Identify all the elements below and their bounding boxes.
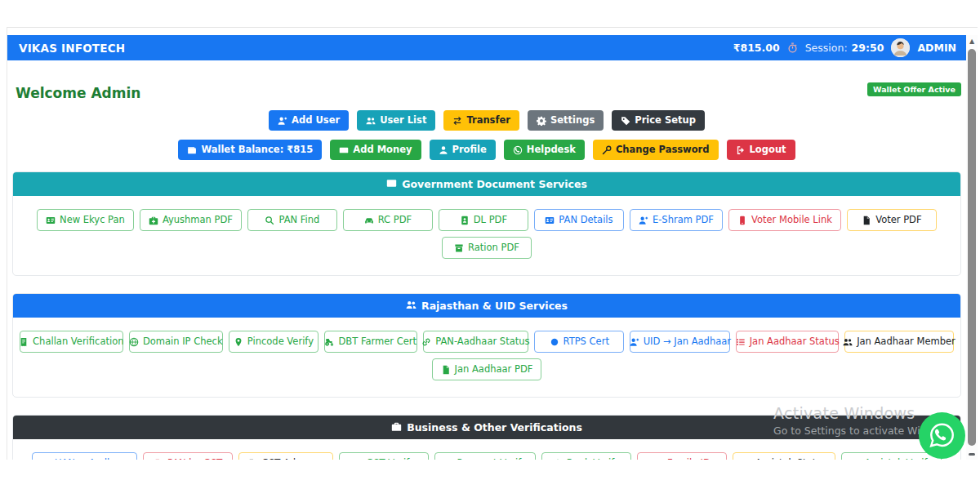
vertical-scrollbar[interactable]: ▲ [966,35,978,460]
gst-advance-button[interactable]: GST Advance [238,452,332,460]
dbt-farmer-cert-button[interactable]: DBT Farmer Cert [324,331,417,353]
passport-icon [443,459,453,460]
file-icon [154,459,163,460]
medkit-icon [149,216,158,225]
brand-title: VIKAS INFOTECH [19,42,125,55]
pan-details-button[interactable]: PAN Details [534,209,624,231]
service-button-row: Challan VerificationDomain IP CheckPinco… [20,331,954,353]
box-icon [454,243,464,253]
logout-icon [736,145,746,155]
section-title: Government Document Services [402,178,587,190]
rtps-cert-button[interactable]: RTPS Cert [534,331,624,353]
voter-pdf-button[interactable]: Voter PDF [847,209,937,231]
pin-icon [234,337,243,347]
wallet-balance-815-button[interactable]: Wallet Balance: ₹815 [178,140,322,160]
badge-icon [460,216,470,225]
receipt-icon [19,337,29,347]
whatsapp-float-button[interactable] [919,412,965,459]
session-timer: Session: 29:50 [805,42,884,54]
section-header-government-document-services: Government Document Services [13,172,960,196]
briefcase-icon [391,421,402,434]
dl-pdf-button[interactable]: DL PDF [439,209,528,231]
list-icon [736,337,746,347]
pan-by-gst-button[interactable]: PAN by GST [143,452,233,460]
id-card-icon [386,178,397,191]
helpdesk-button[interactable]: Helpdesk [504,140,585,160]
transfer-button[interactable]: Transfer [443,110,519,131]
leaf-icon [742,459,751,460]
section-body: UAN → AadhaarPAN by GSTGST AdvanceGST Ve… [13,439,960,460]
ayushman-pdf-button[interactable]: Ayushman PDF [140,209,242,231]
service-button-row: New Ekyc PanAyushman PDFPAN FindRC PDFDL… [20,209,954,231]
wallet-balance-amount: ₹815.00 [733,42,780,54]
section-body: New Ekyc PanAyushman PDFPAN FindRC PDFDL… [13,196,960,275]
challan-verification-button[interactable]: Challan Verification [20,331,123,353]
pan-find-button[interactable]: PAN Find [247,209,337,231]
add-money-button[interactable]: Add Money [330,140,421,160]
e-shram-pdf-button[interactable]: E-Shram PDF [630,209,723,231]
gst-verify-button[interactable]: GST Verify [339,452,429,460]
navbar-right: ₹815.00 Session: 29:50 [733,38,956,57]
voter-mobile-link-button[interactable]: Voter Mobile Link [728,209,841,231]
file-icon [247,459,257,460]
scroll-up-arrow[interactable]: ▲ [966,38,978,46]
section-card-government-document-services: Government Document ServicesNew Ekyc Pan… [12,171,961,276]
car-icon [364,216,374,225]
action-row-1: Add UserUser ListTransferSettingsPrice S… [7,110,966,131]
domain-ip-check-button[interactable]: Domain IP Check [129,331,223,353]
service-button-row: Jan Aadhaar PDF [20,358,954,380]
quick-actions: Add UserUser ListTransferSettingsPrice S… [7,110,966,160]
mobile-icon [737,216,747,225]
session-label: Session: [805,42,848,54]
admin-menu[interactable]: ADMIN [917,42,956,54]
receipt-icon [352,459,362,460]
section-card-rajasthan-uid-services: Rajasthan & UID ServicesChallan Verifica… [12,293,961,398]
action-row-2: Wallet Balance: ₹815Add MoneyProfileHelp… [7,140,966,160]
uan-aadhaar-button[interactable]: UAN → Aadhaar [32,452,137,460]
circle-icon [550,337,559,347]
rc-pdf-button[interactable]: RC PDF [343,209,433,231]
users-icon [406,300,416,313]
add-user-button[interactable]: Add User [269,110,349,131]
tag-icon [621,116,630,126]
ration-pdf-button[interactable]: Ration PDF [442,237,532,259]
users-icon [843,337,853,347]
check-circle-icon [850,459,860,460]
user-plus-icon [278,116,287,126]
tractor-icon [324,337,334,347]
settings-button[interactable]: Settings [528,110,604,131]
file-icon [441,365,451,375]
price-setup-button[interactable]: Price Setup [612,110,705,131]
globe-icon [129,337,139,347]
bank-icon [553,459,563,460]
profile-button[interactable]: Profile [430,140,496,160]
logout-button[interactable]: Logout [727,140,795,160]
uid-jan-aadhaar-button[interactable]: UID → Jan Aadhaar [630,331,730,353]
section-title: Rajasthan & UID Services [421,300,568,312]
avatar[interactable] [891,38,910,57]
page-content: Welcome Admin Wallet Offer Active Add Us… [7,60,966,460]
user-list-button[interactable]: User List [357,110,435,131]
bank-verify-button[interactable]: Bank Verify [541,452,631,460]
scrollbar-thumb[interactable] [968,49,976,446]
change-password-button[interactable]: Change Password [593,140,719,160]
gear-icon [537,116,546,126]
app-viewport: VIKAS INFOTECH ₹815.00 Session: 29:50 [7,27,978,460]
passport-verify-button[interactable]: Passport Verify [434,452,536,460]
id-card-icon [545,216,555,225]
pan-aadhaar-status-button[interactable]: PAN-Aadhaar Status [423,331,529,353]
user-icon [439,145,448,155]
file-icon [862,216,871,225]
new-ekyc-pan-button[interactable]: New Ekyc Pan [37,209,134,231]
scroll-down-arrow[interactable] [969,453,975,456]
jan-aadhaar-pdf-button[interactable]: Jan Aadhaar PDF [432,358,542,380]
section-header-business-other-verifications: Business & Other Verifications [13,416,960,439]
jan-aadhaar-member-button[interactable]: Jan Aadhaar Member [844,331,954,353]
jan-aadhaar-status-button[interactable]: Jan Aadhaar Status [736,331,838,353]
agristak-status-button[interactable]: Agristak Status [733,452,836,460]
family-id-button[interactable]: Family ID [637,452,727,460]
whatsapp-icon [513,145,523,155]
pincode-verify-button[interactable]: Pincode Verify [229,331,318,353]
service-button-row: Ration PDF [20,237,954,259]
browser-window: VIKAS INFOTECH ₹815.00 Session: 29:50 [0,0,980,498]
